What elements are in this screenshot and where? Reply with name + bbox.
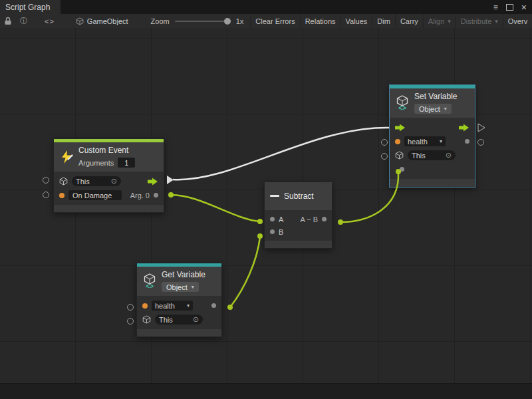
lock-icon[interactable]	[0, 17, 16, 25]
object-picker-icon[interactable]: ⊙	[193, 315, 199, 324]
input-b-port[interactable]	[270, 229, 275, 234]
control-input-arrow[interactable]	[395, 124, 406, 132]
arguments-count-field[interactable]: 1	[118, 158, 135, 168]
target-row: This ⊙	[54, 174, 164, 188]
node-title: Get Variable	[162, 270, 205, 279]
node-title: Custom Event	[78, 146, 135, 155]
target-row: This ⊙	[390, 148, 475, 162]
zoom-slider-handle[interactable]	[224, 18, 231, 25]
get-variable-body: health ▾ This ⊙	[137, 296, 221, 329]
graph-toolbar: ⓘ <> GameObject Zoom 1x Clear Errors Rel…	[0, 14, 532, 29]
variable-scope-dropdown[interactable]: Object ▾	[162, 282, 199, 292]
target-object-field[interactable]: This ⊙	[72, 176, 121, 186]
dim-button[interactable]: Dim	[372, 14, 396, 28]
custom-event-body: This ⊙ On Damage Arg. 0	[54, 172, 164, 205]
zoom-label: Zoom	[151, 17, 170, 25]
subtract-body: A A − B B	[265, 210, 332, 241]
control-output-arrow[interactable]	[459, 124, 469, 132]
set-variable-header: <> Set Variable Object ▾	[390, 88, 475, 118]
info-icon[interactable]: ⓘ	[16, 16, 31, 26]
cube-icon	[142, 315, 151, 324]
tab-bar: Script Graph ≡ ×	[0, 0, 532, 14]
subtract-header: Subtract	[265, 182, 332, 210]
value-input-port[interactable]	[400, 167, 404, 172]
variable-scope-dropdown[interactable]: Object ▾	[414, 104, 452, 114]
values-button[interactable]: Values	[341, 14, 373, 28]
zoom-slider[interactable]	[175, 21, 231, 22]
node-footer	[265, 241, 332, 248]
node-footer	[137, 329, 221, 336]
variable-name-dropdown[interactable]: health ▾	[152, 301, 193, 311]
variable-icon: <>	[395, 95, 410, 111]
target-row: This ⊙	[137, 313, 221, 327]
target-object-field[interactable]: This ⊙	[155, 315, 203, 325]
toolbar-buttons: Clear Errors Relations Values Dim Carry …	[250, 14, 532, 28]
carry-button[interactable]: Carry	[396, 14, 424, 28]
variable-port-dot[interactable]	[395, 139, 400, 144]
arg0-output-port[interactable]	[154, 193, 158, 198]
gameobject-icon	[76, 17, 84, 25]
tab-script-graph[interactable]: Script Graph	[0, 0, 61, 14]
event-name-row: On Damage Arg. 0	[54, 188, 164, 202]
close-icon[interactable]: ×	[521, 3, 527, 12]
caret-down-icon: ▾	[187, 303, 190, 309]
object-picker-icon[interactable]: ⊙	[111, 177, 117, 186]
caret-down-icon: ▾	[192, 284, 194, 290]
node-title: Subtract	[284, 192, 314, 201]
caret-down-icon: ▾	[495, 18, 498, 25]
variable-name-row: health ▾	[390, 134, 475, 148]
arguments-label: Arguments	[78, 159, 114, 167]
event-name-field[interactable]: On Damage	[68, 190, 122, 200]
maximize-icon[interactable]	[506, 4, 513, 11]
graph-target[interactable]: GameObject	[76, 17, 128, 25]
event-port-dot[interactable]	[59, 193, 65, 198]
distribute-button: Distribute ▾	[456, 14, 503, 28]
graph-target-label: GameObject	[87, 17, 128, 25]
arg0-label: Arg. 0	[130, 192, 150, 200]
variable-port-dot[interactable]	[142, 303, 148, 309]
cube-icon	[395, 151, 404, 160]
value-input-row	[390, 162, 475, 176]
caret-down-icon: ▾	[440, 138, 442, 144]
variable-icon: <>	[142, 273, 157, 289]
control-output-arrow[interactable]	[148, 178, 158, 186]
cube-icon	[59, 177, 68, 186]
align-button: Align ▾	[424, 14, 456, 28]
node-title: Set Variable	[414, 92, 457, 101]
input-a-port[interactable]	[270, 217, 275, 221]
node-subtract[interactable]: Subtract A A − B B	[264, 182, 332, 249]
menu-icon[interactable]: ≡	[493, 3, 498, 12]
input-a-row: A A − B	[265, 213, 332, 225]
node-footer	[390, 179, 475, 187]
zoom-control: Zoom 1x	[151, 17, 244, 25]
set-variable-body: health ▾ This ⊙	[390, 118, 475, 179]
output-port[interactable]	[322, 217, 327, 221]
clear-errors-button[interactable]: Clear Errors	[251, 14, 300, 28]
caret-down-icon: ▾	[448, 18, 451, 25]
value-output-port[interactable]	[465, 139, 469, 144]
custom-event-icon	[59, 150, 74, 164]
subtract-icon	[270, 195, 279, 197]
svg-text:<>: <>	[398, 104, 406, 111]
variable-name-dropdown[interactable]: health ▾	[404, 136, 446, 146]
node-get-variable[interactable]: <> Get Variable Object ▾ health ▾	[136, 263, 222, 337]
object-picker-icon[interactable]: ⊙	[446, 151, 452, 160]
code-icon[interactable]: <>	[41, 17, 59, 25]
control-flow-row	[390, 120, 475, 134]
caret-down-icon: ▾	[444, 106, 447, 112]
input-b-label: B	[279, 228, 283, 236]
overview-button[interactable]: Overv	[503, 14, 532, 28]
relations-button[interactable]: Relations	[301, 14, 341, 28]
window-controls: ≡ ×	[493, 0, 532, 14]
node-set-variable[interactable]: <> Set Variable Object ▾	[389, 84, 475, 188]
value-output-port[interactable]	[211, 303, 216, 308]
input-b-row: B	[265, 225, 332, 238]
custom-event-header: Custom Event Arguments 1	[54, 142, 164, 172]
output-label: A − B	[300, 215, 318, 223]
node-custom-event[interactable]: Custom Event Arguments 1 This ⊙	[53, 138, 164, 213]
tab-title: Script Graph	[5, 3, 50, 12]
get-variable-header: <> Get Variable Object ▾	[137, 267, 221, 296]
svg-text:<>: <>	[146, 283, 154, 289]
target-object-field[interactable]: This ⊙	[408, 150, 456, 160]
node-footer	[54, 205, 164, 212]
